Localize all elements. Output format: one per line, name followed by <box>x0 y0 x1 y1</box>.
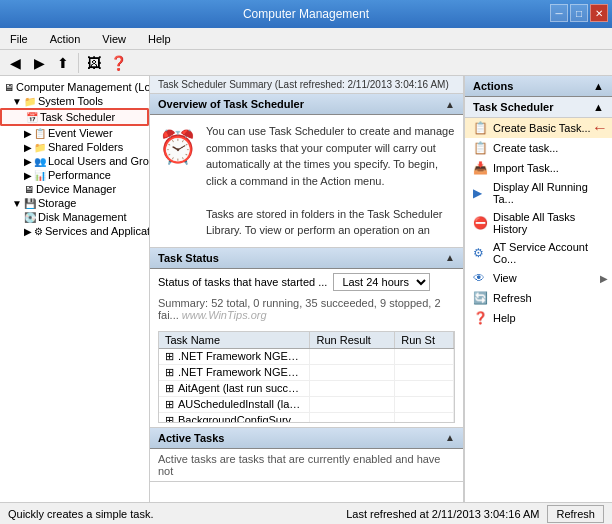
action-item-4[interactable]: ⛔ Disable All Tasks History <box>465 208 612 238</box>
overview-section: Overview of Task Scheduler ▲ ⏰ You can u… <box>150 94 463 248</box>
active-toggle[interactable]: ▲ <box>445 432 455 443</box>
action-item-7[interactable]: 🔄 Refresh <box>465 288 612 308</box>
actions-subheader: Task Scheduler ▲ <box>465 97 612 118</box>
run-result-cell <box>310 348 395 364</box>
center-panel: Task Scheduler Summary (Last refreshed: … <box>150 76 464 502</box>
menu-help[interactable]: Help <box>142 31 177 47</box>
app-title: Computer Management <box>243 7 369 21</box>
close-button[interactable]: ✕ <box>590 4 608 22</box>
task-name-cell: ⊞.NET Framework NGEN v4.0.303... <box>159 364 310 380</box>
run-status-cell <box>395 348 454 364</box>
back-button[interactable]: ◀ <box>4 52 26 74</box>
task-status-section: Task Status ▲ Status of tasks that have … <box>150 248 463 428</box>
computer-icon: 🖥 <box>4 82 14 93</box>
tree-task-scheduler[interactable]: 📅 Task Scheduler <box>0 108 149 126</box>
overview-toggle[interactable]: ▲ <box>445 99 455 110</box>
action-icon-2: 📥 <box>473 161 489 175</box>
action-icon-3: ▶ <box>473 186 489 200</box>
action-item-8[interactable]: ❓ Help <box>465 308 612 328</box>
tree-root[interactable]: 🖥 Computer Management (Local <box>0 80 149 94</box>
overview-text: You can use Task Scheduler to create and… <box>206 123 455 239</box>
expand-icon-storage: ▼ <box>12 198 22 209</box>
run-status-cell <box>395 364 454 380</box>
menu-bar: File Action View Help <box>0 28 612 50</box>
subheader-collapse[interactable]: ▲ <box>593 101 604 113</box>
action-label-1: Create task... <box>493 142 558 154</box>
active-content: Active tasks are tasks that are currentl… <box>150 449 463 481</box>
window-controls[interactable]: ─ □ ✕ <box>550 4 608 22</box>
menu-file[interactable]: File <box>4 31 34 47</box>
expand-icon-lu: ▶ <box>24 156 32 167</box>
table-row[interactable]: ⊞AUScheduledInstall (last run su... <box>159 396 454 412</box>
table-row[interactable]: ⊞.NET Framework NGEN v4.0.303... <box>159 348 454 364</box>
status-right: Last refreshed at 2/11/2013 3:04:16 AM R… <box>346 505 604 523</box>
action-item-6[interactable]: 👁 View ▶ <box>465 268 612 288</box>
users-icon: 👥 <box>34 156 46 167</box>
table-row[interactable]: ⊞BackgroundConfigSurveyor (las... <box>159 412 454 422</box>
tree-local-users[interactable]: ▶ 👥 Local Users and Groups <box>0 154 149 168</box>
storage-icon: 💾 <box>24 198 36 209</box>
action-item-1[interactable]: 📋 Create task... <box>465 138 612 158</box>
table-row[interactable]: ⊞AitAgent (last run succeeded at... <box>159 380 454 396</box>
action-label-2: Import Task... <box>493 162 559 174</box>
action-item-3[interactable]: ▶ Display All Running Ta... <box>465 178 612 208</box>
status-toggle[interactable]: ▲ <box>445 252 455 263</box>
run-result-cell <box>310 396 395 412</box>
run-result-cell <box>310 364 395 380</box>
menu-view[interactable]: View <box>96 31 132 47</box>
folder-icon: 📁 <box>24 96 36 107</box>
active-header: Active Tasks ▲ <box>150 428 463 449</box>
task-name-cell: ⊞AUScheduledInstall (last run su... <box>159 396 310 412</box>
action-item-2[interactable]: 📥 Import Task... <box>465 158 612 178</box>
disk-icon: 💽 <box>24 212 36 223</box>
action-item-0[interactable]: 📋 Create Basic Task... ← <box>465 118 612 138</box>
actions-collapse[interactable]: ▲ <box>593 80 604 92</box>
status-text: Quickly creates a simple task. <box>8 508 154 520</box>
action-label-5: AT Service Account Co... <box>493 241 604 265</box>
action-label-7: Refresh <box>493 292 532 304</box>
action-label-3: Display All Running Ta... <box>493 181 604 205</box>
action-icon-6: 👁 <box>473 271 489 285</box>
action-label-6: View <box>493 272 517 284</box>
tree-device-manager[interactable]: 🖥 Device Manager <box>0 182 149 196</box>
tree-event-viewer[interactable]: ▶ 📋 Event Viewer <box>0 126 149 140</box>
menu-action[interactable]: Action <box>44 31 87 47</box>
tree-disk-management[interactable]: 💽 Disk Management <box>0 210 149 224</box>
forward-button[interactable]: ▶ <box>28 52 50 74</box>
run-result-cell <box>310 380 395 396</box>
maximize-button[interactable]: □ <box>570 4 588 22</box>
tree-performance[interactable]: ▶ 📊 Performance <box>0 168 149 182</box>
title-bar: Computer Management ─ □ ✕ <box>0 0 612 28</box>
tree-shared-folders[interactable]: ▶ 📁 Shared Folders <box>0 140 149 154</box>
help-toolbar-button[interactable]: ❓ <box>107 52 129 74</box>
run-status-cell <box>395 380 454 396</box>
task-name-cell: ⊞.NET Framework NGEN v4.0.303... <box>159 348 310 364</box>
active-tasks-section: Active Tasks ▲ Active tasks are tasks th… <box>150 428 463 482</box>
time-range-dropdown[interactable]: Last 24 hours Last hour Last week <box>333 273 430 291</box>
action-icon-4: ⛔ <box>473 216 489 230</box>
task-table-wrapper: Task Name Run Result Run St ⊞.NET Framew… <box>158 331 455 423</box>
action-label-4: Disable All Tasks History <box>493 211 604 235</box>
breadcrumb-bar: Task Scheduler Summary (Last refreshed: … <box>150 76 463 94</box>
center-scroll-area[interactable]: Overview of Task Scheduler ▲ ⏰ You can u… <box>150 94 463 502</box>
refresh-button[interactable]: Refresh <box>547 505 604 523</box>
up-button[interactable]: ⬆ <box>52 52 74 74</box>
overview-header: Overview of Task Scheduler ▲ <box>150 94 463 115</box>
main-layout: 🖥 Computer Management (Local ▼ 📁 System … <box>0 76 612 502</box>
properties-button[interactable]: 🖼 <box>83 52 105 74</box>
action-item-5[interactable]: ⚙ AT Service Account Co... <box>465 238 612 268</box>
table-row[interactable]: ⊞.NET Framework NGEN v4.0.303... <box>159 364 454 380</box>
status-header: Task Status ▲ <box>150 248 463 269</box>
status-row: Status of tasks that have started ... La… <box>150 269 463 295</box>
task-table: Task Name Run Result Run St ⊞.NET Framew… <box>159 332 454 422</box>
run-result-cell <box>310 412 395 422</box>
minimize-button[interactable]: ─ <box>550 4 568 22</box>
tree-panel: 🖥 Computer Management (Local ▼ 📁 System … <box>0 76 150 502</box>
last-refreshed: Last refreshed at 2/11/2013 3:04:16 AM <box>346 508 539 520</box>
tree-storage[interactable]: ▼ 💾 Storage <box>0 196 149 210</box>
summary-text: Summary: 52 total, 0 running, 35 succeed… <box>150 295 463 327</box>
tree-services-applications[interactable]: ▶ ⚙ Services and Applications <box>0 224 149 238</box>
task-name-cell: ⊞AitAgent (last run succeeded at... <box>159 380 310 396</box>
tree-system-tools[interactable]: ▼ 📁 System Tools <box>0 94 149 108</box>
col-run-status: Run St <box>395 332 454 349</box>
